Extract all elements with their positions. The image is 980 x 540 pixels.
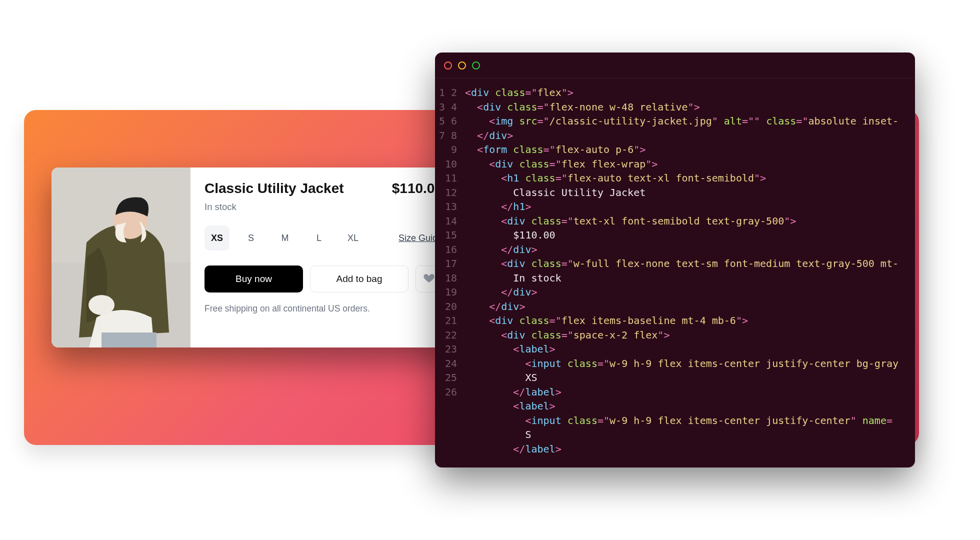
size-option-m[interactable]: M	[272, 226, 298, 250]
heart-icon	[423, 272, 435, 286]
window-close-icon[interactable]	[444, 62, 452, 70]
svg-point-2	[88, 295, 114, 315]
window-zoom-icon[interactable]	[472, 62, 480, 70]
window-minimize-icon[interactable]	[458, 62, 466, 70]
size-option-s[interactable]: S	[238, 226, 264, 250]
size-option-xl[interactable]: XL	[340, 226, 366, 250]
code-area[interactable]: <div class="flex"> <div class="flex-none…	[462, 78, 915, 468]
line-number-gutter: 1 2 3 4 5 6 7 8 9 10 11 12 13 14 15 16 1…	[435, 78, 462, 468]
product-card: Classic Utility Jacket $110.00 In stock …	[52, 168, 456, 348]
size-selector: XSSMLXL	[204, 226, 366, 250]
stock-status: In stock	[204, 202, 442, 212]
size-option-xs[interactable]: XS	[204, 226, 230, 250]
product-image	[52, 168, 190, 348]
add-to-bag-button[interactable]: Add to bag	[310, 266, 408, 292]
code-editor-window: 1 2 3 4 5 6 7 8 9 10 11 12 13 14 15 16 1…	[435, 52, 915, 468]
product-title: Classic Utility Jacket	[204, 180, 344, 196]
size-option-l[interactable]: L	[306, 226, 332, 250]
window-titlebar	[435, 52, 915, 78]
buy-now-button[interactable]: Buy now	[204, 266, 303, 292]
shipping-note: Free shipping on all continental US orde…	[204, 304, 442, 314]
svg-rect-3	[102, 332, 156, 348]
